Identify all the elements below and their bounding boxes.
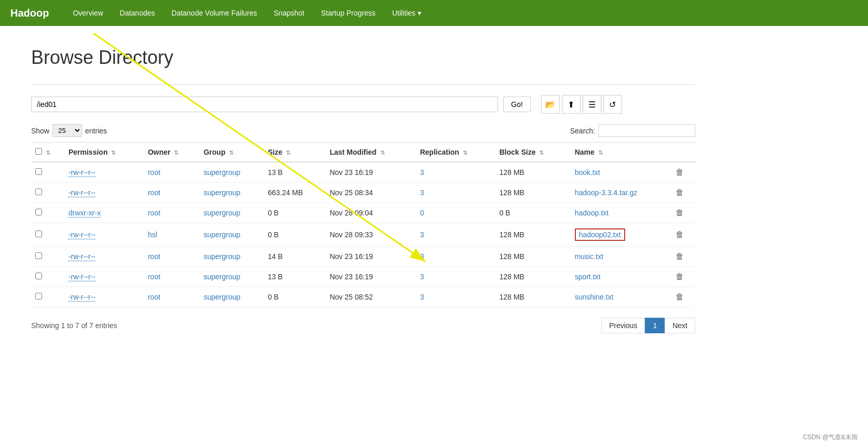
- table-wrapper: ⇅ Permission ⇅ Owner ⇅ Group ⇅: [31, 142, 695, 307]
- entries-select[interactable]: 10 25 50 100: [52, 124, 82, 137]
- path-bar: Go! 📂 ⬆ ☰ ↺: [31, 95, 695, 114]
- list-icon-button[interactable]: ☰: [583, 95, 601, 114]
- owner-link[interactable]: root: [148, 252, 160, 261]
- search-input[interactable]: [598, 124, 695, 137]
- sort-icon-permission: ⇅: [111, 150, 116, 156]
- delete-icon[interactable]: 🗑: [676, 272, 684, 281]
- pagination-row: Showing 1 to 7 of 7 entries Previous 1 N…: [31, 318, 695, 333]
- table-header-row: ⇅ Permission ⇅ Owner ⇅ Group ⇅: [31, 143, 695, 162]
- row-checkbox-5[interactable]: [35, 273, 42, 279]
- refresh-icon-button[interactable]: ↺: [603, 95, 622, 114]
- owner-link[interactable]: root: [148, 209, 160, 217]
- permission-value[interactable]: drwxr-xr-x: [68, 209, 101, 217]
- owner-link[interactable]: root: [148, 188, 160, 197]
- last-modified-value: Nov 28 09:04: [325, 203, 416, 223]
- permission-value[interactable]: -rw-r--r--: [68, 252, 95, 261]
- sort-icon-owner: ⇅: [174, 150, 178, 156]
- replication-link[interactable]: 3: [420, 168, 424, 177]
- th-last-modified[interactable]: Last Modified ⇅: [325, 143, 416, 162]
- file-name-link[interactable]: hadoop-3.3.4.tar.gz: [575, 188, 638, 197]
- delete-icon[interactable]: 🗑: [676, 208, 684, 217]
- th-replication[interactable]: Replication ⇅: [416, 143, 495, 162]
- next-button[interactable]: Next: [665, 318, 695, 333]
- size-value: 0 B: [264, 287, 325, 307]
- owner-link[interactable]: root: [148, 168, 160, 177]
- row-checkbox-2[interactable]: [35, 209, 42, 215]
- file-name-link-highlighted[interactable]: hadoop02.txt: [575, 228, 625, 241]
- previous-button[interactable]: Previous: [601, 318, 645, 333]
- nav-item-startup-progress[interactable]: Startup Progress: [313, 2, 384, 24]
- main-content: Browse Directory Go! 📂 ⬆ ☰ ↺ Show 10 25 …: [0, 26, 726, 364]
- th-name-label: Name: [575, 148, 595, 156]
- group-link[interactable]: supergroup: [203, 273, 240, 281]
- nav-item-utilities[interactable]: Utilities: [384, 2, 430, 24]
- file-name-link[interactable]: hadoop.txt: [575, 209, 609, 217]
- navbar: Hadoop Overview Datanodes Datanode Volum…: [0, 0, 868, 26]
- folder-icon-button[interactable]: 📂: [541, 95, 560, 114]
- replication-link[interactable]: 0: [420, 209, 424, 217]
- replication-link[interactable]: 3: [420, 231, 424, 239]
- sort-icon-last-modified: ⇅: [380, 150, 385, 156]
- replication-link[interactable]: 3: [420, 252, 424, 261]
- delete-icon[interactable]: 🗑: [676, 168, 684, 177]
- sort-icon-block-size: ⇅: [539, 150, 544, 156]
- owner-link[interactable]: root: [148, 273, 160, 281]
- nav-link-datanode-volume-failures[interactable]: Datanode Volume Failures: [163, 2, 266, 24]
- nav-link-datanodes[interactable]: Datanodes: [112, 2, 163, 24]
- group-link[interactable]: supergroup: [203, 252, 240, 261]
- replication-link[interactable]: 3: [420, 273, 424, 281]
- th-permission[interactable]: Permission ⇅: [64, 143, 144, 162]
- group-link[interactable]: supergroup: [203, 188, 240, 197]
- owner-link[interactable]: hsl: [148, 231, 157, 239]
- owner-link[interactable]: root: [148, 293, 160, 301]
- delete-icon[interactable]: 🗑: [676, 292, 684, 301]
- nav-link-snapshot[interactable]: Snapshot: [266, 2, 313, 24]
- delete-icon[interactable]: 🗑: [676, 252, 684, 261]
- group-link[interactable]: supergroup: [203, 209, 240, 217]
- file-name-link[interactable]: sunshine.txt: [575, 293, 614, 301]
- nav-item-datanodes[interactable]: Datanodes: [112, 2, 163, 24]
- delete-icon[interactable]: 🗑: [676, 230, 684, 239]
- nav-link-overview[interactable]: Overview: [64, 2, 111, 24]
- block-size-value: 128 MB: [495, 223, 570, 247]
- group-link[interactable]: supergroup: [203, 293, 240, 301]
- page-1-button[interactable]: 1: [645, 318, 665, 333]
- row-checkbox-3[interactable]: [35, 231, 42, 237]
- select-all-checkbox[interactable]: [35, 148, 42, 155]
- nav-item-overview[interactable]: Overview: [64, 2, 111, 24]
- nav-item-datanode-volume-failures[interactable]: Datanode Volume Failures: [163, 2, 266, 24]
- group-link[interactable]: supergroup: [203, 168, 240, 177]
- file-name-link[interactable]: music.txt: [575, 252, 603, 261]
- permission-value[interactable]: -rw-r--r--: [68, 293, 95, 301]
- th-owner[interactable]: Owner ⇅: [144, 143, 200, 162]
- group-link[interactable]: supergroup: [203, 231, 240, 239]
- upload-icon-button[interactable]: ⬆: [562, 95, 581, 114]
- row-checkbox-4[interactable]: [35, 252, 42, 259]
- th-group[interactable]: Group ⇅: [199, 143, 264, 162]
- replication-link[interactable]: 3: [420, 293, 424, 301]
- file-name-link[interactable]: sport.txt: [575, 273, 601, 281]
- permission-value[interactable]: -rw-r--r--: [68, 231, 95, 239]
- nav-item-snapshot[interactable]: Snapshot: [266, 2, 313, 24]
- th-replication-label: Replication: [420, 148, 459, 156]
- permission-value[interactable]: -rw-r--r--: [68, 273, 95, 281]
- table-row: -rw-r--r--rootsupergroup663.24 MBNov 25 …: [31, 183, 695, 203]
- sort-icon-replication: ⇅: [463, 150, 467, 156]
- go-button[interactable]: Go!: [503, 97, 531, 112]
- th-block-size[interactable]: Block Size ⇅: [495, 143, 570, 162]
- file-name-link[interactable]: book.txt: [575, 168, 600, 177]
- permission-value[interactable]: -rw-r--r--: [68, 188, 95, 197]
- delete-icon[interactable]: 🗑: [676, 188, 684, 197]
- th-name[interactable]: Name ⇅: [571, 143, 672, 162]
- row-checkbox-6[interactable]: [35, 293, 42, 300]
- row-checkbox-0[interactable]: [35, 168, 42, 175]
- brand-logo[interactable]: Hadoop: [10, 7, 49, 19]
- permission-value[interactable]: -rw-r--r--: [68, 168, 95, 177]
- last-modified-value: Nov 25 08:34: [325, 183, 416, 203]
- nav-link-utilities[interactable]: Utilities: [384, 2, 430, 24]
- row-checkbox-1[interactable]: [35, 188, 42, 195]
- nav-link-startup-progress[interactable]: Startup Progress: [313, 2, 384, 24]
- th-size[interactable]: Size ⇅: [264, 143, 325, 162]
- path-input[interactable]: [31, 97, 498, 112]
- replication-link[interactable]: 3: [420, 188, 424, 197]
